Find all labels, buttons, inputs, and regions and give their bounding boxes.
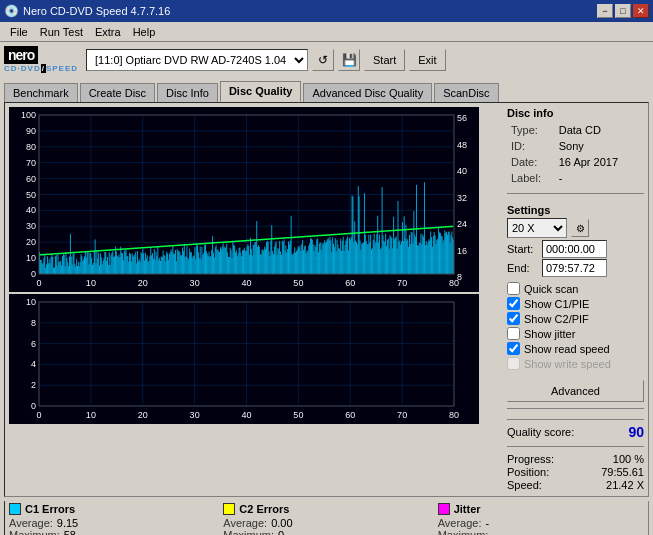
show-write-speed-row: Show write speed (507, 357, 644, 370)
disc-type-row: Type: Data CD (509, 123, 642, 137)
c1-avg-value: 9.15 (57, 517, 78, 529)
speed-label: Speed: (507, 479, 542, 491)
disc-info-table: Type: Data CD ID: Sony Date: 16 Apr 2017… (507, 121, 644, 187)
disc-date-row: Date: 16 Apr 2017 (509, 155, 642, 169)
divider-2 (507, 408, 644, 409)
menu-help[interactable]: Help (127, 24, 162, 40)
speed-value: 21.42 X (606, 479, 644, 491)
tab-benchmark[interactable]: Benchmark (4, 83, 78, 102)
quick-scan-row: Quick scan (507, 282, 644, 295)
end-label: End: (507, 262, 542, 274)
drive-selector[interactable]: [11:0] Optiarc DVD RW AD-7240S 1.04 (86, 49, 308, 71)
position-row: Position: 79:55.61 (507, 466, 644, 478)
id-label: ID: (509, 139, 555, 153)
menu-bar: File Run Test Extra Help (0, 22, 653, 42)
start-input[interactable] (542, 240, 607, 258)
menu-run-test[interactable]: Run Test (34, 24, 89, 40)
show-jitter-checkbox[interactable] (507, 327, 520, 340)
show-read-speed-checkbox[interactable] (507, 342, 520, 355)
quality-score-row: Quality score: 90 (507, 419, 644, 440)
c1-max-value: 58 (64, 529, 76, 535)
end-input[interactable] (542, 259, 607, 277)
quick-scan-checkbox[interactable] (507, 282, 520, 295)
speed-selector[interactable]: 20 X (507, 218, 567, 238)
start-button[interactable]: Start (364, 49, 405, 71)
toolbar: nero CD·DVD/SPEED [11:0] Optiarc DVD RW … (0, 42, 653, 77)
tab-disc-info[interactable]: Disc Info (157, 83, 218, 102)
c1-avg-label: Average: (9, 517, 53, 529)
c2-max-value: 0 (278, 529, 284, 535)
show-read-speed-label: Show read speed (524, 343, 610, 355)
c1-avg-row: Average: 9.15 (9, 517, 215, 529)
quality-score-value: 90 (628, 424, 644, 440)
c2-color (223, 503, 235, 515)
jitter-avg-value: - (485, 517, 489, 529)
c1-title: C1 Errors (9, 503, 215, 515)
show-write-speed-label: Show write speed (524, 358, 611, 370)
jitter-max-label: Maximum: (438, 529, 489, 535)
show-write-speed-checkbox[interactable] (507, 357, 520, 370)
logo: nero CD·DVD/SPEED (4, 46, 78, 73)
jitter-max-value: - (492, 529, 496, 535)
speed-row-progress: Speed: 21.42 X (507, 479, 644, 491)
bottom-chart (9, 294, 479, 424)
advanced-button[interactable]: Advanced (507, 380, 644, 402)
c2-label: C2 Errors (239, 503, 289, 515)
speed-row: 20 X ⚙ (507, 218, 644, 238)
show-read-speed-row: Show read speed (507, 342, 644, 355)
settings-title: Settings (507, 204, 644, 216)
c2-avg-label: Average: (223, 517, 267, 529)
show-c1-row: Show C1/PIE (507, 297, 644, 310)
end-row: End: (507, 259, 644, 277)
exit-button[interactable]: Exit (409, 49, 445, 71)
menu-file[interactable]: File (4, 24, 34, 40)
start-row: Start: (507, 240, 644, 258)
top-chart-wrapper (9, 107, 499, 292)
type-value: Data CD (557, 123, 642, 137)
start-label: Start: (507, 243, 542, 255)
checkboxes-section: Quick scan Show C1/PIE Show C2/PIF Show … (507, 282, 644, 372)
top-chart (9, 107, 479, 292)
chart-area (9, 107, 499, 492)
c1-max-label: Maximum: (9, 529, 60, 535)
close-button[interactable]: ✕ (633, 4, 649, 18)
save-button[interactable]: 💾 (338, 49, 360, 71)
app-icon: 💿 (4, 4, 19, 18)
right-panel: Disc info Type: Data CD ID: Sony Date: 1… (499, 107, 644, 492)
c2-avg-value: 0.00 (271, 517, 292, 529)
jitter-max-row: Maximum: - (438, 529, 644, 535)
jitter-avg-row: Average: - (438, 517, 644, 529)
show-jitter-label: Show jitter (524, 328, 575, 340)
maximize-button[interactable]: □ (615, 4, 631, 18)
show-c2-label: Show C2/PIF (524, 313, 589, 325)
tab-create-disc[interactable]: Create Disc (80, 83, 155, 102)
content-area: Disc info Type: Data CD ID: Sony Date: 1… (4, 102, 649, 497)
progress-row: Progress: 100 % (507, 453, 644, 465)
c2-title: C2 Errors (223, 503, 429, 515)
tab-advanced-disc-quality[interactable]: Advanced Disc Quality (303, 83, 432, 102)
minimize-button[interactable]: − (597, 4, 613, 18)
show-c2-checkbox[interactable] (507, 312, 520, 325)
tab-scan-disc[interactable]: ScanDisc (434, 83, 498, 102)
date-value: 16 Apr 2017 (557, 155, 642, 169)
legend-area: C1 Errors Average: 9.15 Maximum: 58 Tota… (4, 501, 649, 535)
c2-legend: C2 Errors Average: 0.00 Maximum: 0 Total… (223, 503, 429, 535)
show-c1-label: Show C1/PIE (524, 298, 589, 310)
c1-max-row: Maximum: 58 (9, 529, 215, 535)
c1-color (9, 503, 21, 515)
disc-id-row: ID: Sony (509, 139, 642, 153)
settings-icon-btn[interactable]: ⚙ (571, 219, 589, 237)
menu-extra[interactable]: Extra (89, 24, 127, 40)
tab-disc-quality[interactable]: Disc Quality (220, 81, 302, 102)
jitter-title: Jitter (438, 503, 644, 515)
progress-value: 100 % (613, 453, 644, 465)
disc-info-title: Disc info (507, 107, 644, 119)
position-label: Position: (507, 466, 549, 478)
bottom-chart-wrapper (9, 294, 499, 424)
jitter-label: Jitter (454, 503, 481, 515)
settings-section: Settings 20 X ⚙ Start: End: (507, 204, 644, 278)
show-c1-checkbox[interactable] (507, 297, 520, 310)
show-c2-row: Show C2/PIF (507, 312, 644, 325)
reload-button[interactable]: ↺ (312, 49, 334, 71)
nero-logo-text: nero (8, 47, 34, 63)
